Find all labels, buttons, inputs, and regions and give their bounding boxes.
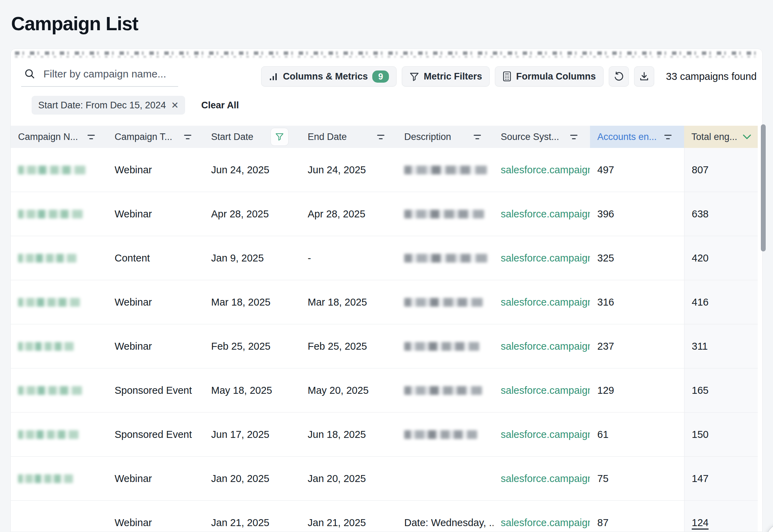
cell-campaign-name[interactable] (11, 280, 107, 324)
col-header-campaign-type[interactable]: Campaign T... (107, 126, 204, 148)
cell-campaign-name[interactable] (11, 192, 107, 236)
cell-description (397, 368, 493, 412)
cell-campaign-name[interactable] (11, 148, 107, 192)
cell-campaign-name[interactable] (11, 501, 107, 532)
cell-campaign-type: Webinar (107, 148, 204, 192)
clear-all-button[interactable]: Clear All (201, 100, 239, 111)
vertical-scrollbar-thumb[interactable] (761, 124, 766, 251)
col-header-description[interactable]: Description (397, 126, 493, 148)
search-input[interactable] (43, 68, 177, 80)
cell-source-system[interactable]: salesforce.campaign (493, 457, 590, 500)
refresh-button[interactable] (609, 66, 629, 86)
columns-metrics-badge: 9 (372, 70, 389, 83)
source-system-link[interactable]: salesforce.campaign (501, 473, 590, 484)
col-header-start-date[interactable]: Start Date (204, 126, 300, 148)
cell-end-date: Jan 20, 2025 (300, 457, 397, 500)
cell-campaign-name[interactable] (11, 457, 107, 500)
cell-campaign-name[interactable] (11, 324, 107, 368)
filter-lines-icon[interactable] (377, 134, 385, 140)
floating-action-button-partial[interactable] (766, 523, 773, 532)
cell-campaign-type: Webinar (107, 192, 204, 236)
cell-campaign-type: Webinar (107, 324, 204, 368)
active-filter-funnel-icon[interactable] (271, 128, 289, 146)
source-system-link[interactable]: salesforce.campaign (501, 385, 590, 396)
redacted-header-strip-2 (15, 56, 758, 58)
active-filters-row: Start Date: From Dec 15, 2024 ✕ Clear Al… (32, 96, 762, 115)
cell-source-system[interactable]: salesforce.campaign (493, 501, 590, 532)
cell-source-system[interactable]: salesforce.campaign (493, 280, 590, 324)
table-header-row: Campaign N... Campaign T... Start Date E… (11, 126, 758, 148)
campaign-search[interactable] (21, 66, 178, 87)
cell-campaign-name[interactable] (11, 413, 107, 456)
table-row[interactable]: Webinar Mar 18, 2025 Mar 18, 2025 salesf… (11, 280, 758, 324)
col-header-accounts-engaged[interactable]: Accounts en... (590, 126, 684, 148)
table-row[interactable]: Webinar Jun 24, 2025 Jun 24, 2025 salesf… (11, 148, 758, 192)
metric-filters-label: Metric Filters (424, 71, 482, 82)
col-label: Campaign N... (18, 132, 78, 142)
filter-lines-icon[interactable] (184, 134, 192, 140)
bar-chart-icon (269, 72, 279, 81)
filter-lines-icon[interactable] (570, 134, 578, 140)
columns-metrics-button[interactable]: Columns & Metrics 9 (261, 66, 397, 86)
total-engagement-link[interactable]: 124 (692, 517, 708, 529)
cell-source-system[interactable]: salesforce.campaign (493, 236, 590, 280)
source-system-link[interactable]: salesforce.campaign (501, 164, 590, 176)
cell-source-system[interactable]: salesforce.campaign (493, 192, 590, 236)
cell-end-date: Jun 18, 2025 (300, 413, 397, 456)
sort-desc-chevron-icon[interactable] (742, 134, 752, 140)
cell-total-engagement: 147 (684, 457, 758, 500)
source-system-link[interactable]: salesforce.campaign (501, 517, 590, 529)
cell-campaign-type: Webinar (107, 457, 204, 500)
formula-columns-button[interactable]: Formula Columns (495, 66, 604, 86)
cell-accounts-engaged: 396 (590, 192, 684, 236)
filter-lines-icon[interactable] (664, 134, 672, 140)
funnel-icon (409, 72, 419, 81)
remove-filter-icon[interactable]: ✕ (171, 100, 179, 111)
source-system-link[interactable]: salesforce.campaign (501, 208, 590, 220)
col-header-total-engagement[interactable]: Total eng... (684, 126, 758, 148)
source-system-link[interactable]: salesforce.campaign (501, 429, 590, 440)
cell-total-engagement: 124 (684, 501, 758, 532)
cell-source-system[interactable]: salesforce.campaign (493, 413, 590, 456)
cell-source-system[interactable]: salesforce.campaign (493, 148, 590, 192)
cell-source-system[interactable]: salesforce.campaign (493, 324, 590, 368)
cell-total-engagement: 150 (684, 413, 758, 456)
cell-source-system[interactable]: salesforce.campaign (493, 368, 590, 412)
start-date-filter-chip[interactable]: Start Date: From Dec 15, 2024 ✕ (32, 96, 185, 115)
cell-accounts-engaged: 75 (590, 457, 684, 500)
cell-start-date: Jun 24, 2025 (204, 148, 300, 192)
table-row[interactable]: Webinar Jan 20, 2025 Jan 20, 2025 salesf… (11, 457, 758, 501)
col-header-source-system[interactable]: Source Syst... (493, 126, 590, 148)
cell-campaign-name[interactable] (11, 236, 107, 280)
table-row[interactable]: Webinar Jan 21, 2025 Jan 21, 2025 Date: … (11, 501, 758, 532)
redacted-campaign-name (18, 210, 83, 218)
cell-accounts-engaged: 325 (590, 236, 684, 280)
table-row[interactable]: Webinar Feb 25, 2025 Feb 25, 2025 salesf… (11, 324, 758, 368)
source-system-link[interactable]: salesforce.campaign (501, 252, 590, 264)
col-label: Campaign T... (115, 132, 172, 142)
filter-lines-icon[interactable] (88, 134, 95, 140)
table-row[interactable]: Content Jan 9, 2025 - salesforce.campaig… (11, 236, 758, 280)
table-row[interactable]: Sponsored Event May 18, 2025 May 20, 202… (11, 368, 758, 413)
cell-accounts-engaged: 129 (590, 368, 684, 412)
metric-filters-button[interactable]: Metric Filters (402, 66, 490, 86)
col-header-campaign-name[interactable]: Campaign N... (11, 126, 107, 148)
cell-total-engagement: 416 (684, 280, 758, 324)
filter-chip-label: Start Date: From Dec 15, 2024 (38, 100, 166, 111)
redacted-campaign-name (18, 474, 73, 483)
table-row[interactable]: Sponsored Event Jun 17, 2025 Jun 18, 202… (11, 413, 758, 457)
redacted-description (404, 254, 487, 263)
col-header-end-date[interactable]: End Date (300, 126, 397, 148)
redacted-description (404, 430, 477, 439)
download-button[interactable] (634, 66, 654, 86)
redacted-description (404, 210, 484, 218)
cell-end-date: Jan 21, 2025 (300, 501, 397, 532)
source-system-link[interactable]: salesforce.campaign (501, 341, 590, 352)
cell-accounts-engaged: 237 (590, 324, 684, 368)
cell-campaign-name[interactable] (11, 368, 107, 412)
source-system-link[interactable]: salesforce.campaign (501, 297, 590, 308)
filter-lines-icon[interactable] (474, 134, 482, 140)
table-row[interactable]: Webinar Apr 28, 2025 Apr 28, 2025 salesf… (11, 192, 758, 236)
cell-description (397, 280, 493, 324)
cell-start-date: Mar 18, 2025 (204, 280, 300, 324)
